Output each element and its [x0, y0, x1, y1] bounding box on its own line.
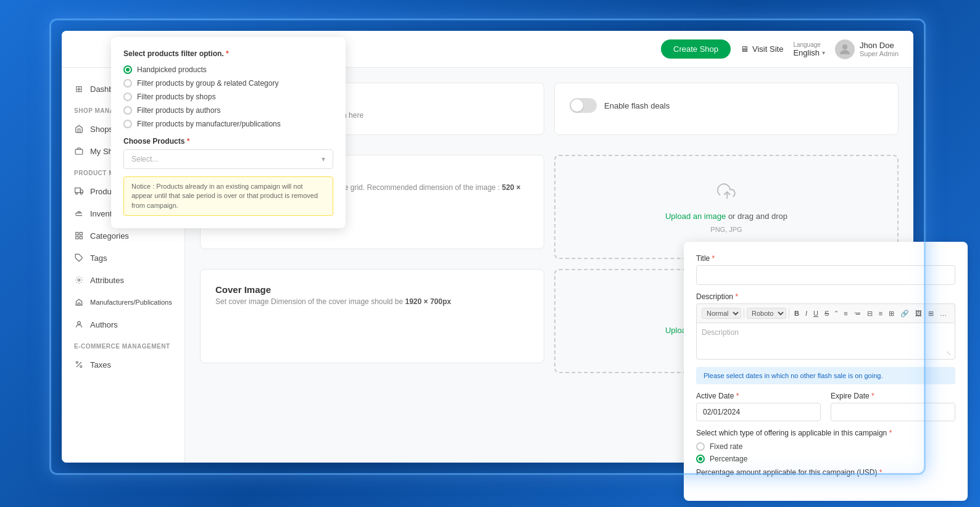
user-details: Jhon Doe Super Admin	[860, 41, 899, 57]
radio-dot-2	[123, 93, 132, 101]
expire-date-input[interactable]	[831, 403, 955, 421]
expire-date-label: Expire Date *	[831, 392, 955, 400]
enable-section: Enable flash deals	[554, 83, 899, 135]
language-label: Language	[793, 41, 821, 48]
more-button[interactable]: …	[937, 308, 949, 318]
title-input[interactable]	[696, 265, 955, 285]
editor-font-select[interactable]: Roboto	[747, 308, 786, 319]
filter-option-3[interactable]: Filter products by authors	[123, 106, 333, 115]
user-name: Jhon Doe	[860, 41, 899, 50]
svg-point-17	[80, 366, 82, 368]
percentage-label: Percentage	[710, 455, 747, 463]
upload-cloud-icon	[714, 181, 739, 207]
filter-option-label-1: Filter products by group & related Categ…	[137, 79, 278, 88]
description-editor[interactable]: Description ⤡	[696, 323, 955, 360]
active-date-label: Active Date *	[696, 392, 821, 400]
chevron-down-icon: ▾	[822, 49, 825, 56]
quote-button[interactable]: "	[833, 308, 840, 318]
align-left-button[interactable]: ⊟	[865, 308, 875, 319]
authors-icon	[74, 319, 84, 329]
user-role: Super Admin	[860, 50, 899, 57]
svg-rect-7	[76, 233, 78, 235]
svg-point-16	[76, 361, 78, 363]
enable-label: Enable flash deals	[604, 101, 670, 110]
toggle-knob	[571, 99, 583, 112]
svg-point-14	[78, 321, 81, 324]
products-select[interactable]: Select... ▾	[123, 149, 333, 169]
dashboard-icon: ⊞	[74, 84, 84, 94]
language-selector[interactable]: Language English ▾	[793, 41, 825, 57]
inventory-icon	[74, 208, 84, 218]
upload-formats: PNG, JPG	[710, 226, 742, 233]
create-shop-button[interactable]: Create Shop	[661, 39, 731, 59]
svg-rect-9	[80, 236, 82, 239]
enable-toggle[interactable]	[570, 98, 597, 113]
monitor-icon: 🖥	[741, 44, 749, 54]
filter-option-0[interactable]: Handpicked products	[123, 65, 333, 74]
ol-button[interactable]: ≔	[852, 308, 863, 319]
description-placeholder: Description	[702, 328, 739, 337]
user-info: Jhon Doe Super Admin	[835, 39, 899, 59]
sidebar-item-authors[interactable]: Authors	[62, 313, 185, 336]
filter-popup: Select products filter option. * Handpic…	[111, 37, 346, 228]
svg-point-4	[76, 192, 78, 194]
editor-style-select[interactable]: Normal	[702, 308, 741, 319]
svg-rect-10	[76, 236, 78, 239]
svg-point-12	[78, 279, 80, 281]
fixed-rate-radio	[696, 442, 705, 451]
fixed-rate-label: Fixed rate	[710, 442, 742, 451]
bold-button[interactable]: B	[792, 308, 802, 318]
sidebar-item-taxes[interactable]: Taxes	[62, 353, 185, 376]
svg-rect-1	[75, 149, 83, 154]
manufacturers-icon	[74, 297, 84, 307]
date-row: Active Date * Expire Date *	[696, 392, 955, 421]
select-chevron-icon: ▾	[322, 155, 325, 163]
active-date-input[interactable]	[696, 403, 821, 421]
sidebar-item-attributes[interactable]: Attributes	[62, 269, 185, 291]
filter-required-star: *	[226, 49, 229, 58]
right-panel: Title * Description * Normal Roboto B I …	[684, 242, 968, 501]
filter-option-2[interactable]: Filter products by shops	[123, 93, 333, 101]
filter-option-4[interactable]: Filter products by manufacturer/publicat…	[123, 120, 333, 128]
upload-link[interactable]: Upload an image	[665, 212, 726, 221]
sidebar-item-tags[interactable]: Tags	[62, 247, 185, 269]
notice-box: Notice : Products already in an existing…	[123, 176, 333, 216]
visit-site-button[interactable]: 🖥 Visit Site	[741, 44, 783, 54]
ul-button[interactable]: ≡	[841, 308, 850, 318]
align-center-button[interactable]: ≡	[876, 308, 885, 318]
language-value: English	[793, 48, 820, 57]
categories-icon	[74, 231, 84, 241]
svg-rect-2	[75, 188, 81, 193]
svg-point-5	[80, 192, 82, 194]
tags-icon	[74, 253, 84, 263]
cover-section: Cover Image Set cover image Dimension of…	[200, 269, 544, 363]
cover-subtitle: Set cover image Dimension of the cover i…	[215, 297, 529, 306]
svg-point-0	[842, 44, 847, 49]
filter-option-label-4: Filter products by manufacturer/publicat…	[137, 120, 281, 128]
link-button[interactable]: 🔗	[898, 308, 911, 319]
italic-button[interactable]: I	[803, 308, 810, 318]
radio-dot-1	[123, 79, 132, 88]
editor-toolbar: Normal Roboto B I U S " ≡ ≔ ⊟ ≡ ⊞ 🔗 🖼 ⊞ …	[696, 303, 955, 323]
description-field-label: Description *	[696, 292, 955, 301]
my-shops-icon	[74, 146, 84, 156]
taxes-icon	[74, 360, 84, 369]
filter-title: Select products filter option. *	[123, 49, 333, 58]
title-field-label: Title *	[696, 254, 955, 263]
choose-products-label: Choose Products *	[123, 137, 333, 146]
radio-dot-3	[123, 106, 132, 115]
image-button[interactable]: 🖼	[913, 308, 924, 318]
products-icon	[74, 186, 84, 196]
align-right-button[interactable]: ⊞	[886, 308, 897, 319]
table-button[interactable]: ⊞	[926, 308, 936, 319]
fixed-rate-option[interactable]: Fixed rate	[696, 442, 955, 451]
sidebar-item-manufacturers[interactable]: Manufacturers/Publications	[62, 291, 185, 313]
shops-icon	[74, 124, 84, 134]
ecommerce-management-label: E-COMMERCE MANAGEMENT	[62, 336, 185, 353]
filter-option-1[interactable]: Filter products by group & related Categ…	[123, 79, 333, 88]
underline-button[interactable]: U	[811, 308, 821, 318]
svg-marker-3	[80, 190, 83, 193]
strikethrough-button[interactable]: S	[822, 308, 831, 318]
radio-dot-0	[123, 65, 132, 74]
percentage-option[interactable]: Percentage	[696, 455, 955, 463]
